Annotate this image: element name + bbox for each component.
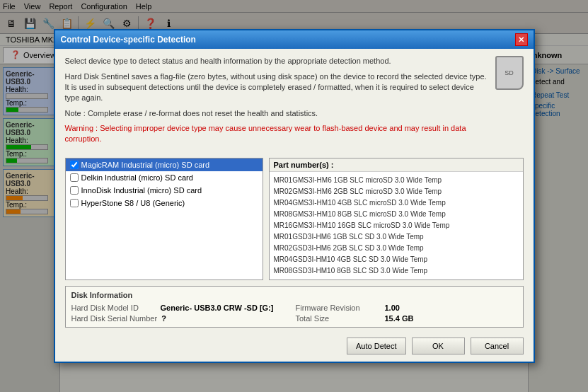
cancel-button[interactable]: Cancel <box>471 338 524 354</box>
dialog-header-row: Select device type to detect status and … <box>65 56 524 152</box>
disk-model-value: Generic- USB3.0 CRW -SD [G:] <box>161 304 274 312</box>
device-checkbox-0[interactable] <box>70 161 79 169</box>
disk-model-row: Hard Disk Model ID Generic- USB3.0 CRW -… <box>71 304 293 312</box>
part-number-item-5: MR01GSD3I-HM6 1GB SLC SD 3.0 Wide Temp <box>272 231 520 243</box>
dialog-desc1: Select device type to detect status and … <box>65 56 488 67</box>
dialog-columns: MagicRAM Industrial (micro) SD card Delk… <box>65 158 524 280</box>
device-label-1: Delkin Industrial (micro) SD card <box>81 173 193 182</box>
disk-model-label: Hard Disk Model ID <box>71 304 156 312</box>
part-number-item-8: MR08GSD3I-HM10 8GB SLC SD 3.0 Wide Temp <box>272 265 520 277</box>
sd-card-icon: SD <box>495 56 524 152</box>
device-item-3[interactable]: HyperStone S8 / U8 (Generic) <box>66 197 263 209</box>
part-number-item-2: MR04GMS3I-HM10 4GB SLC microSD 3.0 Wide … <box>272 197 520 209</box>
device-label-3: HyperStone S8 / U8 (Generic) <box>81 199 185 207</box>
disk-size-row: Total Size 15.4 GB <box>296 314 517 323</box>
disk-firmware-value: 1.00 <box>385 304 400 312</box>
ok-button[interactable]: OK <box>412 338 465 354</box>
device-label-0: MagicRAM Industrial (micro) SD card <box>81 161 210 169</box>
device-label-2: InnoDisk Industrial (micro) SD card <box>81 186 202 195</box>
part-numbers-header: Part number(s) : <box>270 158 523 172</box>
part-number-item-3: MR08GMS3I-HM10 8GB SLC microSD 3.0 Wide … <box>272 209 520 220</box>
dialog-titlebar: Control Device-specific Detection ✕ <box>55 30 534 49</box>
auto-detect-button[interactable]: Auto Detect <box>347 338 405 354</box>
dialog-note: Note : Complete erase / re-format does n… <box>65 108 488 119</box>
part-numbers-panel: Part number(s) : MR01GMS3I-HM6 1GB SLC m… <box>269 158 524 280</box>
device-item-0[interactable]: MagicRAM Industrial (micro) SD card <box>66 158 263 171</box>
dialog-text-area: Select device type to detect status and … <box>65 56 488 152</box>
device-checkbox-3[interactable] <box>70 199 79 207</box>
dialog-close-button[interactable]: ✕ <box>515 33 528 46</box>
dialog-buttons: Auto Detect OK Cancel <box>65 333 524 354</box>
dialog-overlay: Control Device-specific Detection ✕ Sele… <box>0 0 588 392</box>
disk-serial-row: Hard Disk Serial Number ? <box>71 314 293 323</box>
disk-serial-value: ? <box>161 314 166 323</box>
device-checkbox-1[interactable] <box>70 173 79 182</box>
device-item-1[interactable]: Delkin Industrial (micro) SD card <box>66 171 263 184</box>
part-number-item-6: MR02GSD3I-HM6 2GB SLC SD 3.0 Wide Temp <box>272 243 520 254</box>
disk-serial-label: Hard Disk Serial Number <box>71 314 158 323</box>
part-number-item-4: MR16GMS3I-HM10 16GB SLC microSD 3.0 Wide… <box>272 220 520 231</box>
disk-firmware-label: Firmware Revision <box>296 304 381 312</box>
device-checkbox-2[interactable] <box>70 186 79 195</box>
part-number-item-0: MR01GMS3I-HM6 1GB SLC microSD 3.0 Wide T… <box>272 175 520 186</box>
device-list-panel: MagicRAM Industrial (micro) SD card Delk… <box>65 158 263 280</box>
disk-info-col-right: Firmware Revision 1.00 Total Size 15.4 G… <box>296 304 517 323</box>
dialog-body: Select device type to detect status and … <box>55 49 534 362</box>
dialog-title: Control Device-specific Detection <box>61 35 196 45</box>
disk-size-label: Total Size <box>296 314 381 323</box>
dialog-desc2: Hard Disk Sentinel saves a flag-file (ze… <box>65 71 488 104</box>
disk-size-value: 15.4 GB <box>385 314 414 323</box>
part-numbers-list: MR01GMS3I-HM6 1GB SLC microSD 3.0 Wide T… <box>270 172 523 279</box>
control-device-dialog: Control Device-specific Detection ✕ Sele… <box>54 29 535 363</box>
disk-info-section: Disk Information Hard Disk Model ID Gene… <box>65 286 524 328</box>
disk-info-title: Disk Information <box>71 291 517 299</box>
device-item-2[interactable]: InnoDisk Industrial (micro) SD card <box>66 184 263 197</box>
disk-firmware-row: Firmware Revision 1.00 <box>296 304 517 312</box>
disk-info-col-left: Hard Disk Model ID Generic- USB3.0 CRW -… <box>71 304 293 323</box>
part-number-item-1: MR02GMS3I-HM6 2GB SLC microSD 3.0 Wide T… <box>272 186 520 197</box>
part-number-item-7: MR04GSD3I-HM10 4GB SLC SD 3.0 Wide Temp <box>272 254 520 265</box>
dialog-warning: Warning : Selecting improper device type… <box>65 123 488 145</box>
disk-info-grid: Hard Disk Model ID Generic- USB3.0 CRW -… <box>71 304 517 323</box>
